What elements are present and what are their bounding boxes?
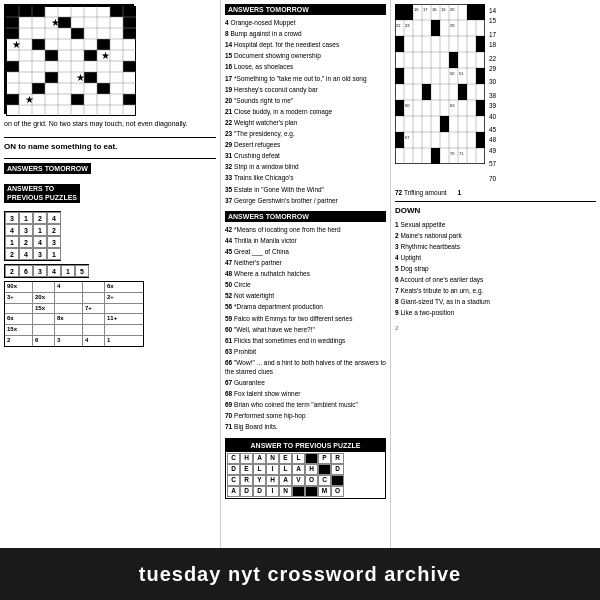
- svg-rect-13: [97, 39, 110, 50]
- clue-50: 50 Circle: [225, 280, 386, 289]
- clue-59: 59 Falco with Emmys for two different se…: [225, 314, 386, 323]
- left-column: ★ ★ ★ ★ ★ on of the grid. No two stars m…: [0, 0, 220, 548]
- clue-42: 42 *Means of locating one from the herd: [225, 225, 386, 234]
- clue-44: 44 Thrilla in Manila victor: [225, 236, 386, 245]
- shape-puzzle: ★ ★ ★ ★ ★: [4, 4, 134, 114]
- clue-71: 71 Big Board inits.: [225, 422, 386, 431]
- svg-text:63: 63: [450, 103, 455, 108]
- svg-rect-81: [440, 116, 449, 132]
- clue-33: 33 Trains like Chicago's: [225, 173, 386, 182]
- main-crossword-grid: 14 15 16 17 18 19 20 22 23 29 31 38 44 5…: [395, 4, 485, 185]
- clue-56: 56 *Drama department production: [225, 302, 386, 311]
- svg-text:14: 14: [396, 7, 401, 12]
- trifling-amount-clue: 72 Trifling amount 1: [395, 189, 596, 197]
- clue-37: 37 George Gershwin's brother / partner: [225, 196, 386, 205]
- clue-61: 61 Flicks that sometimes end in weddings: [225, 336, 386, 345]
- clue-47: 47 Neither's partner: [225, 258, 386, 267]
- instruction-text: ON to name something to eat.: [4, 142, 216, 152]
- svg-rect-73: [476, 36, 485, 52]
- svg-rect-16: [6, 61, 19, 72]
- svg-text:29: 29: [450, 23, 455, 28]
- clue-22: 22 Weight watcher's plan: [225, 118, 386, 127]
- clue-52: 52 Not watertight: [225, 291, 386, 300]
- svg-rect-10: [71, 28, 84, 39]
- svg-rect-5: [123, 6, 136, 17]
- svg-text:59: 59: [396, 103, 401, 108]
- svg-text:70: 70: [450, 151, 455, 156]
- previous-answers-section: 3 1 2 4 4 3 1 2 1 2 4 3 2 4 3 1 2 6: [4, 211, 216, 278]
- svg-rect-2: [19, 6, 32, 17]
- right-side-numbers: 14 15 17 18 22 29 30 38 39 40 45 48 49 5…: [489, 4, 496, 185]
- svg-rect-4: [110, 6, 123, 17]
- svg-text:★: ★: [25, 94, 34, 105]
- svg-text:50: 50: [450, 71, 455, 76]
- svg-rect-78: [458, 84, 467, 100]
- svg-rect-70: [476, 4, 485, 20]
- svg-text:15: 15: [405, 7, 410, 12]
- answers-previous-label: ANSWERS TO PREVIOUS PUZZLES: [4, 184, 80, 203]
- clue-23: 23 "The presidency, e.g.: [225, 129, 386, 138]
- svg-rect-19: [84, 72, 97, 83]
- down-clue-4: 4 Uptight: [395, 253, 596, 262]
- down-clue-3: 3 Rhythmic heartbeats: [395, 242, 596, 251]
- svg-rect-8: [123, 17, 136, 28]
- down-header: DOWN: [395, 206, 596, 216]
- svg-rect-23: [71, 94, 84, 105]
- svg-text:★: ★: [51, 17, 60, 28]
- answer-previous-header: ANSWER TO PREVIOUS PUZZLE: [226, 439, 385, 452]
- svg-text:★: ★: [12, 39, 21, 50]
- across-clues-section: 4 Orange-nosed Muppet 8 Bump against in …: [225, 18, 386, 205]
- puzzle-note: on of the grid. No two stars may touch, …: [4, 119, 216, 129]
- down-clue-6: 6 Account of one's earlier days: [395, 275, 596, 284]
- clue-17: 17 *Something to "take me out to," in an…: [225, 74, 386, 83]
- across-clues-section-2: 42 *Means of locating one from the herd …: [225, 225, 386, 432]
- answer-previous-section: ANSWER TO PREVIOUS PUZZLE C H A N E L P …: [225, 438, 386, 499]
- svg-rect-71: [431, 20, 440, 36]
- svg-text:★: ★: [101, 50, 110, 61]
- svg-rect-18: [45, 72, 58, 83]
- down-clue-1: 1 Sexual appetite: [395, 220, 596, 229]
- clue-19: 19 Hershey's coconut candy bar: [225, 85, 386, 94]
- clue-45: 45 Great ___ of China: [225, 247, 386, 256]
- svg-rect-76: [476, 68, 485, 84]
- svg-text:18: 18: [432, 7, 437, 12]
- down-clue-7: 7 Keats's tribute to an urn, e.g.: [395, 286, 596, 295]
- svg-text:67: 67: [405, 135, 410, 140]
- clue-67: 67 Guarantee: [225, 378, 386, 387]
- svg-text:66: 66: [396, 135, 401, 140]
- clue-32: 32 Strip in a window blind: [225, 162, 386, 171]
- clue-31: 31 Crushing defeat: [225, 151, 386, 160]
- svg-rect-6: [6, 17, 19, 28]
- answers-tomorrow-label: ANSWERS TOMORROW: [4, 163, 91, 174]
- svg-rect-11: [123, 28, 136, 39]
- clue-15: 15 Document showing ownership: [225, 51, 386, 60]
- svg-text:51: 51: [459, 71, 464, 76]
- svg-text:17: 17: [423, 7, 428, 12]
- svg-rect-17: [123, 61, 136, 72]
- svg-text:23: 23: [405, 23, 410, 28]
- down-clue-more: 2: [395, 324, 596, 332]
- svg-rect-9: [6, 28, 19, 39]
- svg-rect-24: [123, 94, 136, 105]
- clue-69: 69 Brian who coined the term "ambient mu…: [225, 400, 386, 409]
- clue-66: 66 "Wow!" ... and a hint to both halves …: [225, 358, 386, 376]
- svg-text:44: 44: [396, 71, 401, 76]
- svg-rect-22: [6, 94, 19, 105]
- clue-48: 48 Where a nuthatch hatches: [225, 269, 386, 278]
- down-clue-9: 9 Like a two-position: [395, 308, 596, 317]
- svg-rect-77: [422, 84, 431, 100]
- answers-tomorrow-2: ANSWERS TOMORROW: [225, 211, 386, 222]
- svg-text:71: 71: [459, 151, 464, 156]
- svg-rect-80: [476, 100, 485, 116]
- clue-4: 4 Orange-nosed Muppet: [225, 18, 386, 27]
- svg-rect-15: [84, 50, 97, 61]
- clue-29: 29 Desert refugees: [225, 140, 386, 149]
- clue-16: 16 Loose, as shoelaces: [225, 62, 386, 71]
- svg-text:20: 20: [450, 7, 455, 12]
- svg-text:38: 38: [450, 55, 455, 60]
- clue-14: 14 Hospital dept. for the neediest cases: [225, 40, 386, 49]
- svg-rect-83: [476, 132, 485, 148]
- clue-21: 21 Close buddy, in a modern coinage: [225, 107, 386, 116]
- svg-rect-21: [97, 83, 110, 94]
- clue-63: 63 Prohibit: [225, 347, 386, 356]
